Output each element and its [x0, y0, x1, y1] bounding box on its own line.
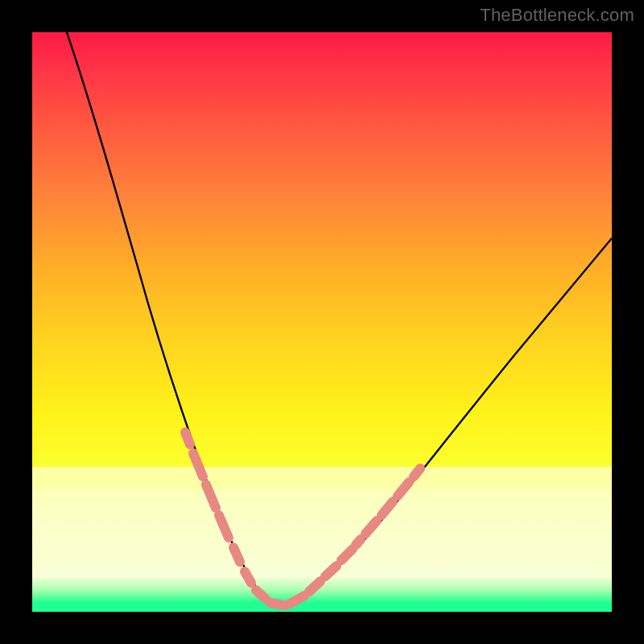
svg-line-4	[233, 547, 240, 562]
svg-line-5	[245, 572, 251, 583]
svg-line-11	[341, 549, 353, 560]
svg-line-8	[290, 596, 304, 604]
svg-line-0	[185, 432, 190, 444]
svg-line-1	[193, 453, 203, 477]
svg-line-14	[382, 502, 393, 515]
svg-line-16	[414, 469, 420, 477]
svg-line-10	[325, 566, 336, 576]
curve-highlight-right	[325, 469, 420, 576]
svg-line-3	[219, 515, 229, 538]
svg-line-12	[356, 539, 361, 545]
curve-svg	[32, 32, 612, 612]
svg-line-13	[365, 521, 377, 534]
svg-line-7	[270, 603, 285, 605]
bottleneck-curve-path	[67, 32, 612, 605]
watermark-text: TheBottleneck.com	[480, 5, 634, 26]
svg-line-6	[256, 590, 266, 599]
svg-line-15	[398, 482, 409, 496]
plot-area	[32, 32, 612, 612]
svg-line-2	[206, 485, 216, 508]
chart-frame: TheBottleneck.com	[0, 0, 644, 644]
curve-highlight-bottom	[245, 572, 320, 605]
svg-line-9	[309, 581, 320, 592]
